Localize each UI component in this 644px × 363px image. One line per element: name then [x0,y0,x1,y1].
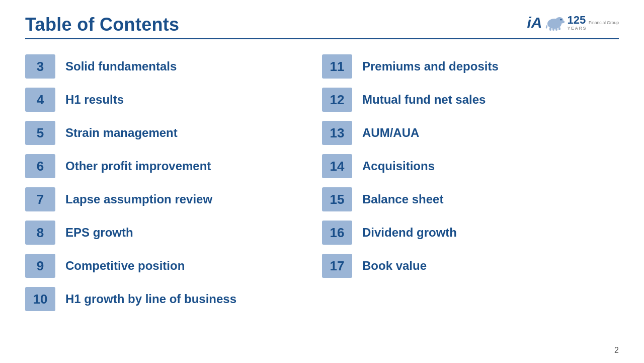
toc-item-left-3: 6 Other profit improvement [25,154,322,178]
item-label: Balance sheet [362,192,443,206]
item-number: 13 [330,125,345,141]
right-column: 11 Premiums and deposits 12 Mutual fund … [322,54,619,320]
logo-financial-group: Financial Group [589,20,619,25]
toc-item-right-1: 12 Mutual fund net sales [322,88,619,112]
toc-content: 3 Solid fundamentals 4 H1 results 5 Stra… [25,54,619,320]
toc-item-left-0: 3 Solid fundamentals [25,54,322,79]
number-badge: 4 [25,88,55,112]
item-label: Strain management [65,126,178,140]
number-badge: 6 [25,154,55,178]
item-number: 8 [37,225,44,241]
toc-item-left-5: 8 EPS growth [25,221,322,245]
number-badge: 3 [25,54,55,79]
number-badge: 15 [322,187,352,211]
toc-item-right-2: 13 AUM/AUA [322,121,619,145]
number-badge: 17 [322,254,352,278]
number-badge: 11 [322,54,352,79]
header: Table of Contents iA 125 YEARS Financial… [25,14,619,35]
item-label: H1 growth by line of business [65,292,236,306]
toc-item-right-4: 15 Balance sheet [322,187,619,211]
toc-item-right-0: 11 Premiums and deposits [322,54,619,79]
item-label: EPS growth [65,226,133,240]
number-badge: 5 [25,121,55,145]
toc-item-right-3: 14 Acquisitions [322,154,619,178]
item-number: 17 [330,258,345,274]
item-label: Competitive position [65,259,185,273]
toc-item-left-7: 10 H1 growth by line of business [25,287,322,311]
logo: iA 125 YEARS Financial Group [527,14,619,31]
toc-item-left-1: 4 H1 results [25,88,322,112]
item-number: 16 [330,225,345,241]
svg-rect-7 [558,27,560,30]
page-title: Table of Contents [25,14,179,35]
slide: Table of Contents iA 125 YEARS Financial… [0,0,644,363]
logo-years: YEARS [567,26,587,31]
years-block: 125 YEARS [567,14,587,31]
number-badge: 13 [322,121,352,145]
logo-125: 125 [567,14,587,26]
toc-item-right-6: 17 Book value [322,254,619,278]
item-label: Acquisitions [362,159,435,173]
item-label: Premiums and deposits [362,59,499,74]
item-label: Lapse assumption review [65,192,212,206]
logo-ia-text: iA [527,14,542,31]
item-label: Solid fundamentals [65,59,177,74]
item-number: 12 [330,92,345,108]
number-badge: 12 [322,88,352,112]
item-number: 7 [37,192,44,207]
elephant-icon [544,15,565,31]
svg-rect-6 [555,27,557,31]
item-number: 10 [33,292,48,307]
item-number: 15 [330,192,345,207]
left-column: 3 Solid fundamentals 4 H1 results 5 Stra… [25,54,322,320]
item-label: H1 results [65,93,124,107]
number-badge: 8 [25,221,55,245]
number-badge: 16 [322,221,352,245]
item-number: 9 [37,258,44,274]
number-badge: 7 [25,187,55,211]
number-badge: 9 [25,254,55,278]
number-badge: 14 [322,154,352,178]
item-label: Dividend growth [362,226,457,240]
number-badge: 10 [25,287,55,311]
page-number: 2 [614,346,619,355]
item-label: Other profit improvement [65,159,211,173]
svg-rect-4 [549,27,551,31]
item-number: 6 [37,159,44,174]
svg-point-3 [560,19,562,21]
item-number: 11 [330,59,345,75]
toc-item-left-6: 9 Competitive position [25,254,322,278]
toc-item-left-2: 5 Strain management [25,121,322,145]
item-label: Mutual fund net sales [362,93,486,107]
item-number: 4 [37,92,44,108]
svg-rect-5 [552,28,554,31]
item-number: 14 [330,159,345,174]
item-number: 3 [37,59,44,75]
toc-item-left-4: 7 Lapse assumption review [25,187,322,211]
item-number: 5 [37,125,44,141]
toc-item-right-5: 16 Dividend growth [322,221,619,245]
item-label: AUM/AUA [362,126,419,140]
item-label: Book value [362,259,427,273]
header-divider [25,38,619,39]
